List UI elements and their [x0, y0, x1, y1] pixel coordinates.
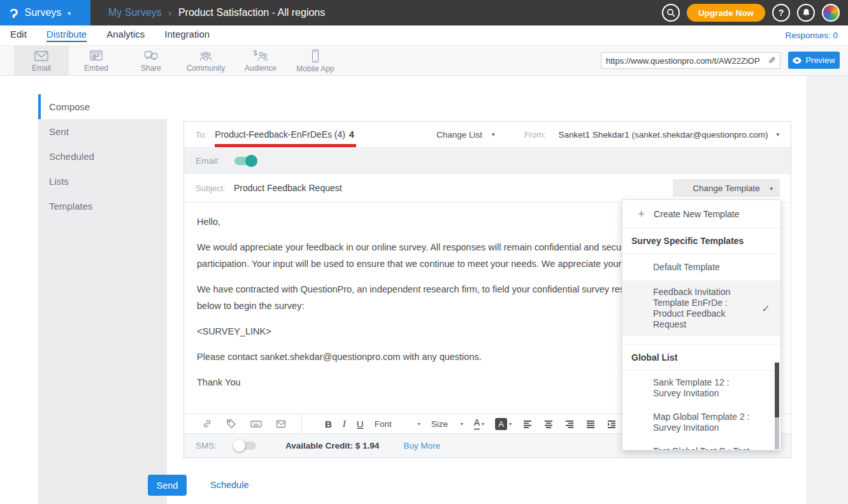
top-bar: Ɂ Surveys ▾ My Surveys › Product Satisfa… [0, 0, 848, 25]
sidebar-item-scheduled[interactable]: Scheduled [38, 144, 167, 169]
merge-tag-button[interactable] [226, 418, 237, 429]
subject-label: Subject: [196, 184, 226, 193]
check-icon: ✓ [762, 303, 770, 314]
align-right-button[interactable] [564, 419, 575, 429]
chevron-down-icon: ▾ [776, 131, 779, 138]
menu-scrollbar-track[interactable] [775, 417, 779, 449]
tab-analytics[interactable]: Analytics [106, 29, 145, 42]
buy-more-link[interactable]: Buy More [403, 441, 440, 450]
surveys-product-menu[interactable]: Ɂ Surveys ▾ [0, 0, 90, 25]
survey-url-field: ✎ [601, 52, 780, 69]
send-button[interactable]: Send [148, 475, 187, 496]
chevron-down-icon: ▾ [770, 185, 773, 192]
selected-template-label: Feedback Invitation Template EnFrDe : Pr… [653, 287, 730, 329]
text-color-button[interactable]: A ▾ [474, 417, 484, 430]
bold-button[interactable]: B [325, 419, 332, 429]
channel-share[interactable]: Share [124, 46, 178, 75]
sidebar-item-templates[interactable]: Templates [38, 194, 167, 219]
product-menu-label: Surveys [25, 7, 62, 18]
email-toggle[interactable] [234, 157, 256, 165]
tab-integration[interactable]: Integration [164, 29, 210, 42]
menu-item-default-template[interactable]: Default Template [622, 254, 780, 280]
channel-embed[interactable]: Embed [69, 46, 124, 75]
indent-button[interactable] [607, 419, 617, 429]
channel-community[interactable]: Community [178, 46, 233, 75]
align-left-button[interactable] [522, 419, 533, 429]
from-sender-value: Sanket1 Shekdar1 (sanket.shekdar@questio… [559, 130, 768, 140]
sidebar-item-sent[interactable]: Sent [38, 119, 167, 144]
sidebar-item-label: Scheduled [49, 151, 94, 162]
channel-email[interactable]: Email [14, 46, 69, 75]
schedule-link[interactable]: Schedule [210, 480, 248, 490]
preview-label: Preview [805, 55, 835, 65]
svg-text:$: $ [254, 50, 257, 57]
email-toggle-row: Email: [184, 148, 791, 174]
tab-distribute[interactable]: Distribute [47, 29, 87, 42]
change-template-label: Change Template [693, 184, 760, 193]
chevron-down-icon: ▾ [68, 10, 71, 17]
email-toggle-label: Email: [196, 156, 225, 166]
channel-audience[interactable]: $ Audience [233, 46, 288, 75]
menu-item-feedback-invitation-template[interactable]: Feedback Invitation Template EnFrDe : Pr… [622, 280, 780, 336]
toggle-knob [233, 440, 245, 452]
from-label: From: [524, 130, 546, 140]
breadcrumb-my-surveys[interactable]: My Surveys [108, 7, 162, 18]
channel-mobile-app[interactable]: Mobile App [288, 46, 343, 75]
questionpro-logo-icon: Ɂ [10, 6, 18, 20]
align-left-icon [522, 419, 533, 429]
menu-item-sank-template-12[interactable]: Sank Template 12 : Survey Invitation [622, 371, 780, 405]
sidebar-item-label: Sent [49, 126, 69, 137]
text-color-icon: A [474, 417, 480, 430]
to-label: To: [196, 130, 206, 140]
align-right-icon [564, 419, 575, 429]
sms-toggle-label: SMS: [196, 441, 225, 450]
mobile-app-icon [311, 48, 320, 64]
font-family-select[interactable]: Font ▾ [375, 419, 420, 429]
keyboard-button[interactable] [250, 418, 262, 429]
font-select-label: Font [375, 419, 392, 429]
email-sidebar: Compose Sent Scheduled Lists Templates [38, 94, 167, 504]
breadcrumb-separator-icon: › [169, 8, 171, 18]
align-center-button[interactable] [543, 419, 554, 429]
edit-url-pencil-icon[interactable]: ✎ [763, 55, 780, 66]
upgrade-now-button[interactable]: Upgrade Now [687, 4, 765, 22]
search-button[interactable] [662, 4, 680, 22]
highlight-color-button[interactable]: A ▾ [495, 418, 512, 430]
align-justify-button[interactable] [586, 419, 596, 429]
sidebar-item-compose[interactable]: Compose [38, 94, 167, 119]
subject-row: Subject: Product Feedback Request Change… [184, 174, 791, 202]
from-dropdown[interactable]: From: Sanket1 Shekdar1 (sanket.shekdar@q… [524, 130, 779, 140]
sms-toggle[interactable] [234, 442, 256, 450]
subject-input-value[interactable]: Product Feedback Request [234, 183, 342, 193]
menu-scrollbar-thumb[interactable] [775, 363, 779, 417]
recipient-underline [215, 144, 356, 147]
change-template-menu: + Create New Template Survey Specific Te… [622, 199, 781, 450]
font-size-select[interactable]: Size ▾ [431, 419, 463, 429]
menu-item-map-global-template-2[interactable]: Map Global Template 2 : Survey Invitatio… [622, 405, 780, 440]
sidebar-item-lists[interactable]: Lists [38, 169, 167, 194]
chevron-down-icon: ▾ [418, 421, 420, 427]
responses-count[interactable]: Responses: 0 [785, 31, 848, 40]
change-list-dropdown[interactable]: Change List ▾ [436, 130, 495, 140]
change-template-button[interactable]: Change Template ▾ [673, 179, 780, 197]
tab-edit[interactable]: Edit [10, 29, 27, 42]
italic-button[interactable]: I [343, 419, 346, 429]
account-avatar[interactable] [822, 4, 840, 22]
channel-label: Embed [84, 64, 108, 73]
create-new-template-label: Create New Template [654, 209, 739, 219]
underline-button[interactable]: U [357, 419, 364, 429]
insert-link-button[interactable] [201, 418, 213, 429]
help-button[interactable]: ? [772, 4, 790, 22]
recipient-list-name: Product-Feedback-EnFrDeEs (4) [215, 129, 345, 140]
notifications-button[interactable] [797, 4, 815, 22]
mail-icon [275, 418, 287, 429]
recipient-list[interactable]: Product-Feedback-EnFrDeEs (4) 4 [215, 122, 354, 147]
channel-label: Community [187, 64, 226, 73]
survey-url-input[interactable] [601, 56, 763, 66]
preview-button[interactable]: Preview [788, 52, 840, 69]
questionpro-distribute-screen: Ɂ Surveys ▾ My Surveys › Product Satisfa… [0, 0, 848, 504]
create-new-template-item[interactable]: + Create New Template [622, 200, 780, 228]
menu-item-test-global-test-g[interactable]: Test Global Test G : Test PAA G [622, 440, 780, 450]
email-template-button[interactable] [275, 418, 287, 429]
global-list-header: Global List [622, 344, 780, 371]
